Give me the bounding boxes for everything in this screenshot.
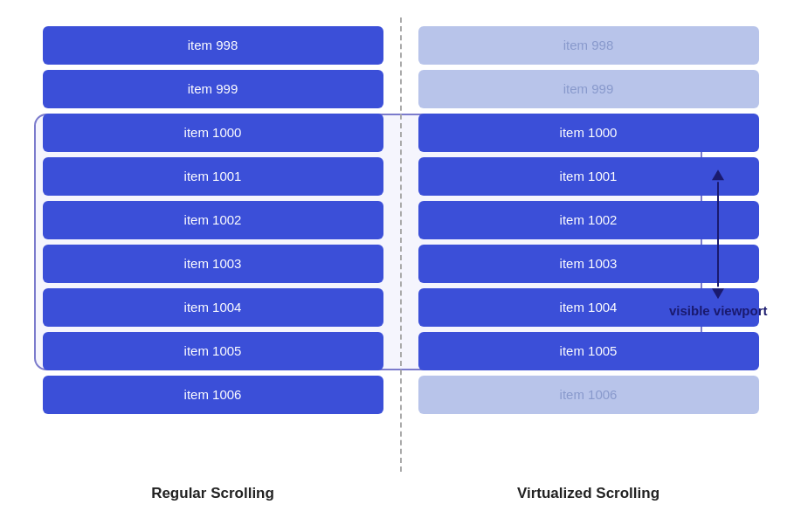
list-item: item 1005 — [43, 332, 383, 370]
viewport-text: visible viewport — [669, 302, 768, 320]
list-item: item 1006 — [43, 376, 383, 414]
list-item: item 999 — [43, 70, 383, 108]
list-item: item 998 — [418, 26, 759, 65]
list-item: item 1002 — [43, 201, 383, 239]
viewport-label-area: visible viewport — [669, 169, 768, 320]
left-column: item 998item 999item 1000item 1001item 1… — [25, 26, 401, 463]
list-item: item 1000 — [43, 114, 383, 152]
list-item: item 1001 — [43, 157, 383, 196]
list-item: item 1000 — [418, 114, 759, 152]
double-arrow — [712, 169, 724, 299]
diagram: item 998item 999item 1000item 1001item 1… — [25, 17, 777, 515]
labels-row: Regular Scrolling Virtualized Scrolling — [25, 472, 777, 515]
list-item: item 998 — [43, 26, 383, 65]
list-item: item 1006 — [418, 376, 759, 414]
list-item: item 1003 — [43, 245, 383, 283]
list-item: item 1004 — [43, 288, 383, 327]
right-label: Virtualized Scrolling — [401, 472, 777, 515]
list-item: item 999 — [418, 70, 759, 108]
arrow-line — [717, 182, 719, 287]
column-divider — [400, 17, 402, 472]
arrowhead-up-icon — [712, 169, 724, 180]
left-label: Regular Scrolling — [25, 472, 401, 515]
list-item: item 1005 — [418, 332, 759, 370]
columns-wrapper: item 998item 999item 1000item 1001item 1… — [25, 17, 777, 472]
arrowhead-down-icon — [712, 288, 724, 299]
